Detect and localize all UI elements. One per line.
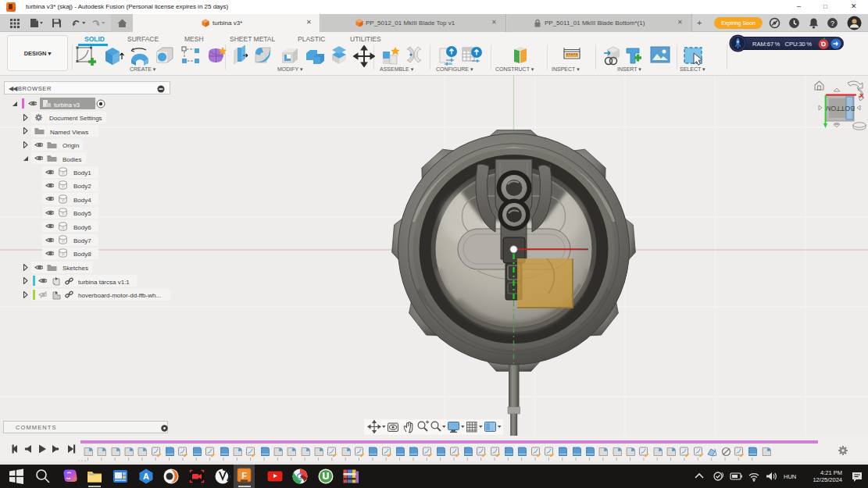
svg-text:X: X <box>859 92 864 99</box>
svg-text:F: F <box>241 471 247 480</box>
svg-text:A: A <box>143 472 149 481</box>
svg-text:BOTTOM: BOTTOM <box>825 105 855 112</box>
svg-text:?: ? <box>830 20 834 27</box>
